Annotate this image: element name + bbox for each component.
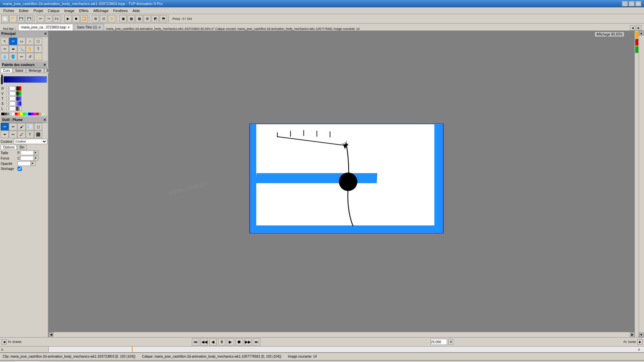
redo-button[interactable]: ↪	[45, 15, 52, 22]
color-r-input[interactable]	[7, 86, 15, 91]
tool-circle[interactable]: ○	[26, 38, 34, 45]
swatch[interactable]	[7, 113, 9, 115]
new-button[interactable]: 📄	[1, 15, 9, 22]
pt-entree-indicator[interactable]: ◀	[1, 339, 7, 345]
play-reverse[interactable]: ◀◀	[201, 338, 208, 346]
swatch[interactable]	[42, 113, 44, 115]
view-mode6[interactable]: ⬒	[160, 15, 167, 22]
force-input[interactable]: 100%	[20, 156, 34, 161]
tool-text[interactable]: T	[34, 45, 42, 53]
palette-close[interactable]: ✕	[43, 63, 46, 67]
menu-image[interactable]: Image	[62, 8, 76, 13]
tool-pen[interactable]: ✏	[9, 38, 17, 45]
scroll-right[interactable]: ▶	[630, 332, 635, 337]
swatch[interactable]	[23, 113, 25, 115]
record-button[interactable]: ⏺	[72, 15, 80, 22]
fx-button[interactable]: FX	[53, 15, 60, 22]
menu-calque[interactable]: Calque	[46, 8, 62, 13]
tool-scissors[interactable]: ✂	[1, 45, 9, 53]
open-button[interactable]: 📂	[9, 15, 17, 22]
tool-redo[interactable]: ↺	[26, 53, 34, 60]
play-button[interactable]: ▶	[64, 15, 72, 22]
swatch[interactable]	[34, 113, 36, 115]
tool-move[interactable]: ⬌	[9, 45, 17, 53]
color-s-bar[interactable]	[16, 101, 21, 106]
undo-button[interactable]: ↩	[37, 15, 44, 22]
color-v-bar[interactable]	[16, 91, 21, 96]
opacite-inc[interactable]: ▲	[31, 161, 36, 166]
fast-forward[interactable]: ▶▶	[244, 338, 252, 346]
view-mode3[interactable]: ▩	[136, 15, 143, 22]
tab-bin2[interactable]: Bin	[17, 145, 26, 150]
swatch[interactable]	[25, 113, 28, 115]
tab-saisir[interactable]: Saisir	[13, 68, 26, 73]
scroll-up[interactable]: ▲	[639, 31, 644, 36]
play-forward[interactable]: ▶	[227, 338, 234, 346]
force-inc[interactable]: ▲	[34, 156, 39, 161]
menu-aide[interactable]: Aide	[130, 8, 142, 13]
taille-inc[interactable]: ▲	[34, 150, 39, 155]
swatch[interactable]	[1, 113, 4, 115]
brush-custom1[interactable]: ✒	[1, 131, 9, 138]
swatch[interactable]	[12, 113, 15, 115]
save-as-button[interactable]: 💾	[25, 15, 33, 22]
principal-close[interactable]: ✕	[44, 32, 47, 36]
step-forward[interactable]: ⏩	[80, 15, 88, 22]
swatch[interactable]	[31, 113, 34, 115]
tool-poly[interactable]: ⬡	[34, 38, 42, 45]
fps-dropdown[interactable]: ▼	[448, 339, 453, 345]
swatch[interactable]	[17, 113, 20, 115]
tool-magic[interactable]: ✨	[34, 53, 42, 60]
brush-custom2[interactable]: ✏	[9, 131, 17, 138]
go-end[interactable]: ⏭	[253, 338, 260, 346]
color-l-bar[interactable]	[16, 106, 21, 111]
tab-file2[interactable]: Sans Titre (1) ✕	[74, 24, 104, 31]
drawing-canvas[interactable]	[249, 123, 444, 234]
taille-input[interactable]: 4.00	[20, 150, 34, 155]
brush-custom3[interactable]: 🖊	[17, 131, 25, 138]
panel-toggle-right[interactable]: ▶	[636, 25, 641, 31]
swatch[interactable]	[39, 113, 42, 115]
view-mode1[interactable]: ▣	[119, 15, 127, 22]
tab2-close[interactable]: ✕	[98, 26, 101, 29]
tab1-close[interactable]: ✕	[67, 26, 70, 29]
stop-btn[interactable]: ⏹	[235, 338, 243, 346]
color-r-bar[interactable]	[16, 86, 21, 91]
pt-sortie-indicator[interactable]: ▶	[637, 339, 643, 345]
tool-eyedrop[interactable]: 💧	[1, 53, 9, 60]
color-s-input[interactable]	[7, 101, 15, 106]
horizontal-scrollbar[interactable]: ◀ ▶	[49, 332, 635, 337]
go-start[interactable]: ⏮	[192, 338, 199, 346]
panel-toggle-left[interactable]: ◀	[630, 25, 635, 31]
scroll-left[interactable]: ◀	[49, 332, 53, 337]
swatch[interactable]	[36, 113, 39, 115]
maximize-button[interactable]: □	[629, 1, 635, 6]
fg-color[interactable]	[1, 75, 3, 84]
menu-editer[interactable]: Editer	[17, 8, 31, 13]
onion-button[interactable]: ⊡	[100, 15, 107, 22]
view-mode5[interactable]: ◩	[152, 15, 159, 22]
minimize-button[interactable]: _	[622, 1, 628, 6]
brush-eraser[interactable]: ◻	[34, 123, 42, 130]
menu-effets[interactable]: Effets	[77, 8, 91, 13]
menu-fenetres[interactable]: Fenêtres	[111, 8, 130, 13]
couleur-select[interactable]: Couleur	[14, 139, 47, 144]
light-table[interactable]: 🔆	[108, 15, 115, 22]
menu-fichier[interactable]: Fichier	[1, 8, 16, 13]
save-button[interactable]: 💾	[17, 15, 25, 22]
swatch[interactable]	[20, 113, 23, 115]
tool-undo[interactable]: ↩	[17, 53, 25, 60]
brush-pencil[interactable]: ✏	[9, 123, 17, 130]
swatch[interactable]	[15, 113, 17, 115]
swatch[interactable]	[28, 113, 31, 115]
opacite-input[interactable]: 100%	[17, 161, 31, 166]
tool-select[interactable]: ↖	[1, 38, 9, 45]
sechage-checkbox[interactable]	[17, 167, 22, 171]
vertical-scrollbar[interactable]: ▲ ▼	[639, 31, 644, 337]
swatch[interactable]	[4, 113, 7, 115]
color-t-input[interactable]	[7, 96, 15, 101]
tool-fill[interactable]: 🪣	[9, 53, 17, 60]
color-l-input[interactable]	[7, 106, 15, 111]
menu-affichage[interactable]: Affichage	[91, 8, 111, 13]
fps-input[interactable]	[430, 339, 447, 345]
